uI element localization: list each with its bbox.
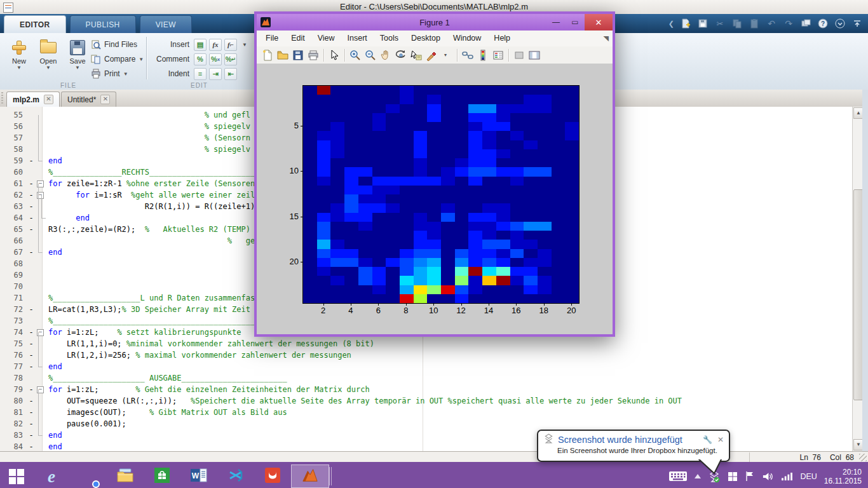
figure-menu-tools[interactable]: Tools	[374, 30, 405, 46]
uncomment-icon[interactable]: %x	[209, 53, 222, 65]
start-button[interactable]	[0, 464, 33, 488]
figure-menu-view[interactable]: View	[311, 30, 341, 46]
ribbon-tab-publish[interactable]: PUBLISH	[70, 15, 136, 33]
chevron-up-icon[interactable]	[695, 474, 701, 478]
doc-tab-Untitled[interactable]: Untitled*✕	[61, 92, 116, 107]
cursor-icon[interactable]	[327, 48, 342, 62]
language-indicator[interactable]: DEU	[800, 472, 817, 481]
ribbon-tab-editor[interactable]: EDITOR	[4, 15, 66, 33]
save-icon[interactable]	[290, 48, 306, 62]
notification-close-icon[interactable]: ✕	[717, 435, 724, 444]
heatmap-cell	[441, 249, 455, 258]
network-tray-icon[interactable]	[781, 471, 793, 481]
show-plot-tools-icon[interactable]	[527, 48, 542, 62]
open-button[interactable]: Open▼	[36, 38, 61, 71]
ribbon-tab-view[interactable]: VIEW	[140, 15, 192, 33]
taskbar-app-file-explorer[interactable]	[107, 464, 144, 488]
brush-icon[interactable]	[424, 48, 439, 62]
windows-tray-icon[interactable]	[728, 471, 738, 482]
figure-menu-window[interactable]: Window	[447, 30, 487, 46]
tab-close-icon[interactable]: ✕	[44, 95, 53, 104]
figure-menu-insert[interactable]: Insert	[341, 30, 374, 46]
figure-titlebar[interactable]: Figure 1 — ▭ ✕	[257, 14, 613, 30]
heatmap-cell	[496, 276, 510, 285]
link-plots-icon[interactable]	[460, 48, 475, 62]
undo-icon[interactable]: ↶	[766, 18, 777, 29]
tab-close-icon[interactable]: ✕	[100, 95, 110, 104]
heatmap-cell	[344, 104, 358, 113]
heatmap-cell	[468, 167, 482, 176]
rotate3d-icon[interactable]	[393, 48, 409, 62]
figure-close-button[interactable]: ✕	[585, 14, 613, 30]
insert-fi-icon[interactable]: f⌐	[224, 39, 237, 51]
zoom-out-icon[interactable]	[363, 48, 378, 62]
save-icon[interactable]	[697, 18, 709, 29]
notification-settings-icon[interactable]: 🔧	[703, 435, 712, 444]
figure-menu-help[interactable]: Help	[487, 30, 517, 46]
taskbar-app-internet-explorer[interactable]: e	[33, 464, 70, 488]
taskbar-app-word[interactable]: W	[180, 464, 217, 488]
new-button[interactable]: New▼	[6, 38, 32, 71]
dropbox-notification[interactable]: Screenshot wurde hinzugefügt 🔧 ✕ Ein Scr…	[537, 430, 730, 462]
minimize-ribbon-icon[interactable]	[834, 18, 846, 29]
open-folder-icon[interactable]	[275, 48, 290, 62]
resize-grip[interactable]	[859, 454, 867, 461]
heatmap-cell	[482, 122, 496, 131]
executable-dash	[27, 132, 36, 144]
insert-section-icon[interactable]: ▤	[194, 39, 207, 51]
figure-maximize-button[interactable]: ▭	[566, 14, 585, 30]
comment-icon[interactable]: %	[194, 53, 207, 65]
switch-windows-icon[interactable]	[800, 18, 811, 29]
figure-menu-edit[interactable]: Edit	[285, 30, 311, 46]
indent-left-icon[interactable]: ⇤	[224, 68, 237, 80]
heatmap-cell	[538, 186, 552, 194]
taskbar-app-windows-store[interactable]	[144, 464, 180, 488]
hide-plot-tools-icon[interactable]	[512, 48, 527, 62]
paste-icon[interactable]	[749, 18, 760, 29]
figure-menu-file[interactable]: File	[259, 30, 285, 46]
chevron-left-icon[interactable]: ❮	[668, 20, 674, 28]
smart-indent-icon[interactable]: ≡	[194, 68, 207, 80]
figure-minimize-button[interactable]: —	[546, 14, 566, 30]
heatmap-cell	[414, 158, 428, 167]
indent-right-icon[interactable]: ⇥	[209, 68, 222, 80]
new-doc-icon[interactable]	[260, 48, 275, 62]
cut-icon[interactable]: ✂	[714, 18, 726, 29]
collapse-ribbon-icon[interactable]	[851, 18, 863, 29]
find-files-button[interactable]: Find Files	[90, 38, 137, 51]
speaker-tray-icon[interactable]	[762, 471, 774, 482]
insert-function-icon[interactable]: fx	[209, 39, 222, 51]
heatmap-cell	[358, 131, 372, 140]
flag-tray-icon[interactable]	[745, 471, 755, 482]
redo-icon[interactable]: ↷	[783, 18, 794, 29]
figure-window[interactable]: Figure 1 — ▭ ✕ FileEditViewInsertToolsDe…	[254, 11, 615, 337]
dock-figure-icon[interactable]: ◥	[604, 34, 609, 43]
executable-dash: -	[27, 384, 36, 395]
data-cursor-icon[interactable]	[409, 48, 424, 62]
line-number: 75	[0, 338, 27, 349]
insert-legend-icon[interactable]	[491, 48, 506, 62]
print-button[interactable]: Print▼	[90, 67, 128, 80]
keyboard-tray-icon[interactable]	[668, 471, 688, 482]
taskbar-app-matlab[interactable]	[291, 464, 329, 488]
taskbar-app-visual-studio[interactable]	[217, 464, 254, 488]
heatmap-cell	[358, 158, 372, 167]
taskbar-app-uplay[interactable]	[254, 464, 291, 488]
heatmap-cell	[372, 231, 386, 240]
wrap-comment-icon[interactable]: %↵	[224, 53, 237, 65]
clock[interactable]: 20:1016.11.2015	[824, 468, 862, 485]
print-icon[interactable]	[306, 48, 321, 62]
editor-scrollbar[interactable]: ▲ ▼	[852, 107, 863, 451]
figure-menu-desktop[interactable]: Desktop	[405, 30, 447, 46]
pan-icon[interactable]	[378, 48, 393, 62]
copy-icon[interactable]	[731, 18, 743, 29]
save-button[interactable]: Save▼	[65, 38, 90, 71]
doc-tab-mlp2m[interactable]: mlp2.m✕	[6, 92, 60, 107]
new-script-icon[interactable]	[680, 18, 691, 29]
zoom-in-icon[interactable]	[348, 48, 363, 62]
insert-colorbar-icon[interactable]	[475, 48, 491, 62]
compare-button[interactable]: Compare▼	[90, 53, 144, 65]
taskbar-app-chrome[interactable]	[70, 464, 107, 488]
caret-icon[interactable]: ▾	[439, 48, 454, 62]
help-icon[interactable]: ?	[817, 18, 829, 29]
